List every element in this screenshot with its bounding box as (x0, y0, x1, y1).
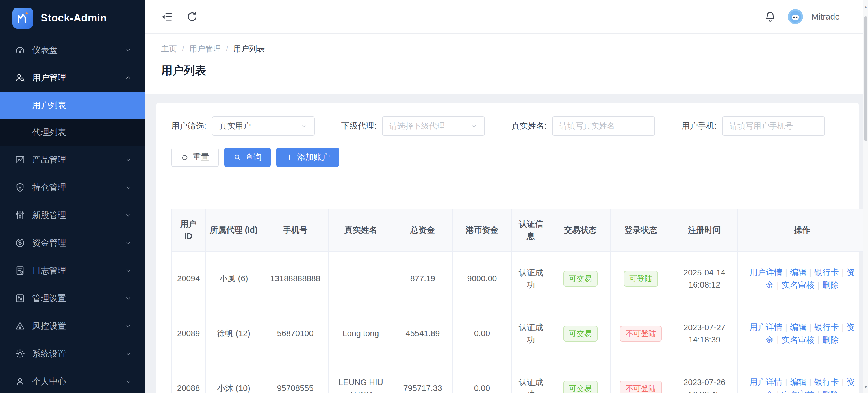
cell-auth-info: 认证成功 (512, 361, 550, 393)
cell-actions: 用户详情|编辑|银行卡|资金|实名审核|删除 (738, 251, 867, 306)
real-name-input[interactable] (552, 117, 655, 136)
notifications-bell-icon[interactable] (764, 10, 776, 23)
admin-settings-icon (15, 293, 25, 304)
action-separator: | (777, 335, 779, 344)
breadcrumb-separator: / (226, 44, 228, 54)
page-scrollbar[interactable]: ▲ ▼ (863, 0, 868, 393)
cell-hkd-funds: 9000.00 (453, 251, 512, 306)
user-avatar[interactable] (788, 9, 803, 24)
action-separator: | (817, 390, 820, 393)
filter-label: 真实姓名: (512, 120, 547, 132)
action-kyc-review[interactable]: 实名审核 (782, 335, 815, 344)
cell-user-id: 20089 (172, 306, 206, 361)
scrollbar-thumb[interactable] (864, 17, 867, 141)
sidebar-item-funds[interactable]: 资金管理 (0, 229, 145, 257)
sidebar-item-profile[interactable]: 个人中心 (0, 368, 145, 393)
sidebar-item-user-management[interactable]: 用户管理 (0, 64, 145, 92)
cell-registered-time: 2023-07-26 10:30:45 (671, 361, 738, 393)
sidebar-item-label: 资金管理 (32, 237, 124, 249)
action-button-row: 重置 查询 添加账户 (171, 148, 844, 167)
sidebar-item-ipo[interactable]: 新股管理 (0, 201, 145, 229)
action-kyc-review[interactable]: 实名审核 (782, 280, 815, 290)
sidebar-item-risk[interactable]: 风控设置 (0, 312, 145, 340)
user-phone-input[interactable] (722, 117, 825, 136)
breadcrumb-item[interactable]: 用户管理 (189, 43, 221, 54)
action-kyc-review[interactable]: 实名审核 (782, 390, 815, 393)
scrollbar-down-arrow-icon[interactable]: ▼ (863, 382, 868, 392)
cell-phone: 13188888888 (262, 251, 329, 306)
cell-login-status: 不可登陆 (611, 361, 671, 393)
sub-agent-select[interactable]: 请选择下级代理 (382, 117, 485, 136)
trade-status-badge: 可交易 (563, 381, 598, 393)
cell-hkd-funds: 0.00 (453, 306, 512, 361)
plus-icon (285, 153, 293, 161)
action-delete[interactable]: 删除 (822, 335, 839, 344)
username-label[interactable]: Mitrade (811, 12, 840, 22)
search-button-label: 查询 (245, 152, 261, 163)
chevron-down-icon (124, 46, 132, 54)
product-icon (15, 154, 25, 165)
sidebar-item-dashboard[interactable]: 仪表盘 (0, 36, 145, 64)
search-button[interactable]: 查询 (224, 148, 271, 167)
action-user-detail[interactable]: 用户详情 (750, 377, 782, 387)
action-edit[interactable]: 编辑 (790, 323, 806, 332)
sidebar-item-product[interactable]: 产品管理 (0, 146, 145, 174)
sidebar-subitem-agent-list[interactable]: 代理列表 (0, 119, 145, 146)
system-icon (15, 348, 25, 359)
action-user-detail[interactable]: 用户详情 (750, 268, 782, 277)
cell-auth-info: 认证成功 (512, 251, 550, 306)
app-logo[interactable]: Stock-Admin (0, 0, 145, 36)
column-header: 用户 ID (172, 209, 206, 251)
sidebar-item-label: 仪表盘 (32, 44, 124, 56)
cell-registered-time: 2025-04-14 16:08:12 (671, 251, 738, 306)
breadcrumb: 主页/用户管理/用户列表 (161, 43, 868, 54)
filter-bar: 用户筛选:真实用户下级代理:请选择下级代理真实姓名:用户手机: (171, 117, 844, 136)
filter-user-filter: 用户筛选:真实用户 (171, 117, 315, 136)
sidebar-item-label: 管理设置 (32, 293, 124, 304)
reset-icon (181, 153, 189, 161)
select-value: 请选择下级代理 (390, 121, 445, 131)
sidebar-item-position[interactable]: 持仓管理 (0, 174, 145, 201)
sidebar-item-admin-settings[interactable]: 管理设置 (0, 284, 145, 312)
action-separator: | (785, 377, 787, 387)
action-delete[interactable]: 删除 (822, 280, 839, 290)
sidebar-subitem-user-list[interactable]: 用户列表 (0, 92, 145, 119)
add-account-button[interactable]: 添加账户 (276, 148, 339, 167)
action-separator: | (842, 268, 844, 277)
action-bank-card[interactable]: 银行卡 (814, 268, 839, 277)
filter-sub-agent: 下级代理:请选择下级代理 (341, 117, 485, 136)
app-logo-icon (12, 8, 33, 29)
filter-label: 用户筛选: (171, 120, 206, 132)
sidebar-item-system[interactable]: 系统设置 (0, 340, 145, 368)
scrollbar-up-arrow-icon[interactable]: ▲ (863, 2, 868, 12)
user-management-icon (15, 72, 25, 83)
breadcrumb-item[interactable]: 主页 (161, 43, 177, 54)
user-filter-select[interactable]: 真实用户 (212, 117, 315, 136)
action-separator: | (777, 280, 779, 290)
action-separator: | (817, 280, 820, 290)
ipo-icon (15, 210, 25, 220)
action-user-detail[interactable]: 用户详情 (750, 323, 782, 332)
action-edit[interactable]: 编辑 (790, 377, 806, 387)
action-bank-card[interactable]: 银行卡 (814, 377, 839, 387)
reset-button[interactable]: 重置 (171, 148, 219, 167)
refresh-icon[interactable] (186, 10, 198, 23)
collapse-sidebar-icon[interactable] (160, 10, 173, 23)
action-bank-card[interactable]: 银行卡 (814, 323, 839, 332)
sidebar-item-logs[interactable]: 日志管理 (0, 257, 145, 284)
action-delete[interactable]: 删除 (822, 390, 839, 393)
action-edit[interactable]: 编辑 (790, 268, 806, 277)
filter-user-phone: 用户手机: (682, 117, 825, 136)
table-row: 20089徐帆 (12)56870100Long tong45541.890.0… (172, 306, 867, 361)
select-value: 真实用户 (219, 121, 251, 131)
user-table-wrap: 用户 ID所属代理 (Id)手机号真实姓名总资金港币资金认证信息交易状态登录状态… (171, 209, 844, 393)
cell-actions: 用户详情|编辑|银行卡|资金|实名审核|删除 (738, 306, 867, 361)
risk-icon (15, 321, 25, 331)
sidebar-item-label: 个人中心 (32, 376, 124, 387)
cell-trade-status: 可交易 (550, 306, 611, 361)
chevron-down-icon (124, 377, 132, 385)
action-separator: | (842, 323, 844, 332)
table-body: 20094小風 (6)13188888888877.199000.00认证成功可… (172, 251, 867, 393)
chevron-down-icon (300, 122, 307, 130)
sidebar-item-label: 新股管理 (32, 210, 124, 221)
